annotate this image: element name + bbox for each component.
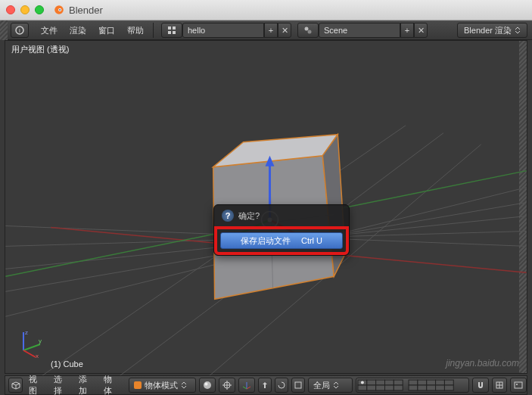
svg-text:z: z xyxy=(25,329,28,336)
menu-add[interactable]: 添加 xyxy=(73,374,98,395)
layout-add-button[interactable]: + xyxy=(264,23,278,38)
manipulator-scale[interactable] xyxy=(291,378,305,393)
svg-line-44 xyxy=(247,387,250,389)
svg-point-10 xyxy=(308,30,312,34)
layers-grid-icon xyxy=(356,378,468,392)
svg-rect-52 xyxy=(358,385,367,390)
object-mode-icon xyxy=(134,381,142,389)
pivot-selector[interactable] xyxy=(219,378,235,393)
svg-rect-49 xyxy=(376,380,385,385)
svg-text:x: x xyxy=(36,353,39,358)
blender-icon xyxy=(54,5,64,15)
editor-type-selector[interactable]: i xyxy=(11,23,29,38)
svg-rect-46 xyxy=(295,382,301,388)
menu-render[interactable]: 渲染 xyxy=(64,25,92,36)
chevron-updown-icon xyxy=(515,27,521,33)
watermark-text: jingyan.baidu.com xyxy=(446,358,519,369)
title-text: Blender xyxy=(69,5,103,16)
viewport-header: 视图 选择 添加 物体 物体模式 全局 xyxy=(5,375,527,395)
snap-element[interactable] xyxy=(492,378,507,393)
svg-rect-50 xyxy=(384,380,394,385)
svg-rect-61 xyxy=(444,380,453,385)
active-object-name: (1) Cube xyxy=(51,359,83,369)
crosshair-icon xyxy=(222,381,232,390)
svg-point-9 xyxy=(305,27,309,31)
svg-rect-71 xyxy=(515,382,522,388)
svg-rect-63 xyxy=(418,385,427,390)
scene-delete-button[interactable]: ✕ xyxy=(414,23,428,38)
confirm-popup: ? 确定? 保存启动文件 Ctrl U xyxy=(213,204,350,256)
popup-shortcut: Ctrl U xyxy=(301,236,322,245)
arrow-icon xyxy=(261,381,269,389)
menu-window[interactable]: 窗口 xyxy=(92,25,121,36)
svg-rect-60 xyxy=(436,380,445,385)
window-titlebar: Blender xyxy=(0,0,532,20)
layout-delete-button[interactable]: ✕ xyxy=(278,23,291,38)
svg-rect-62 xyxy=(409,385,418,390)
zoom-icon[interactable] xyxy=(35,5,44,14)
shading-solid[interactable] xyxy=(199,378,216,393)
snap-toggle[interactable] xyxy=(472,378,489,393)
svg-rect-54 xyxy=(376,385,385,390)
info-header: i 文件 渲染 窗口 帮助 hello + ✕ Scene + ✕ Blende… xyxy=(0,20,532,40)
manipulator-toggle[interactable] xyxy=(238,378,255,393)
svg-rect-51 xyxy=(394,380,403,385)
scene-add-button[interactable]: + xyxy=(400,23,414,38)
mode-selector[interactable]: 物体模式 xyxy=(129,378,196,393)
screen-layout-name[interactable]: hello xyxy=(182,23,264,38)
svg-rect-7 xyxy=(168,31,171,34)
svg-rect-65 xyxy=(436,385,445,390)
close-icon[interactable] xyxy=(6,5,15,14)
save-startup-button[interactable]: 保存启动文件 Ctrl U xyxy=(220,232,343,249)
question-icon: ? xyxy=(222,210,234,222)
render-preview[interactable] xyxy=(510,378,527,393)
svg-rect-55 xyxy=(384,385,394,390)
image-icon xyxy=(514,381,523,390)
scene-browse[interactable] xyxy=(297,23,319,38)
magnet-icon xyxy=(476,381,485,390)
svg-rect-64 xyxy=(427,385,436,390)
menu-view[interactable]: 视图 xyxy=(23,374,48,395)
render-engine-select[interactable]: Blender 渲染 xyxy=(457,23,527,38)
svg-rect-53 xyxy=(367,385,376,390)
svg-rect-57 xyxy=(409,380,418,385)
window-title: Blender xyxy=(54,5,103,16)
popup-button-label: 保存启动文件 xyxy=(241,235,291,247)
orientation-selector[interactable]: 全局 xyxy=(308,378,353,393)
chevron-updown-icon xyxy=(181,382,187,388)
svg-rect-58 xyxy=(418,380,427,385)
scene-name[interactable]: Scene xyxy=(319,23,400,38)
axes-icon xyxy=(242,381,251,390)
svg-rect-66 xyxy=(444,385,453,390)
menu-select[interactable]: 选择 xyxy=(48,374,73,395)
chevron-updown-icon xyxy=(333,382,339,388)
layers-panel[interactable] xyxy=(356,378,469,393)
svg-point-38 xyxy=(204,381,211,389)
menu-file[interactable]: 文件 xyxy=(35,25,64,36)
minimize-icon[interactable] xyxy=(20,5,30,14)
svg-point-39 xyxy=(204,383,207,386)
svg-line-33 xyxy=(23,344,40,350)
svg-rect-5 xyxy=(168,26,171,30)
svg-line-34 xyxy=(23,350,36,357)
svg-text:i: i xyxy=(19,27,20,34)
sphere-solid-icon xyxy=(203,381,212,390)
editor-type-3dview[interactable] xyxy=(8,378,23,393)
svg-rect-8 xyxy=(173,31,176,34)
menu-object[interactable]: 物体 xyxy=(98,374,123,395)
axis-gizmo: z y x xyxy=(16,328,46,358)
svg-rect-48 xyxy=(367,380,376,385)
svg-line-45 xyxy=(243,387,247,389)
svg-point-2 xyxy=(59,9,61,11)
manipulator-rotate[interactable] xyxy=(275,378,288,393)
manipulator-translate[interactable] xyxy=(258,378,272,393)
scale-icon xyxy=(294,381,302,389)
3d-viewport[interactable]: 用户视图 (透视) xyxy=(5,40,527,374)
popup-title: 确定? xyxy=(238,210,260,222)
rotate-icon xyxy=(278,381,285,389)
area-corner[interactable] xyxy=(0,20,8,40)
screen-layout-browse[interactable] xyxy=(161,23,182,38)
svg-rect-56 xyxy=(394,385,403,390)
svg-rect-59 xyxy=(427,380,436,385)
menu-help[interactable]: 帮助 xyxy=(121,25,150,36)
